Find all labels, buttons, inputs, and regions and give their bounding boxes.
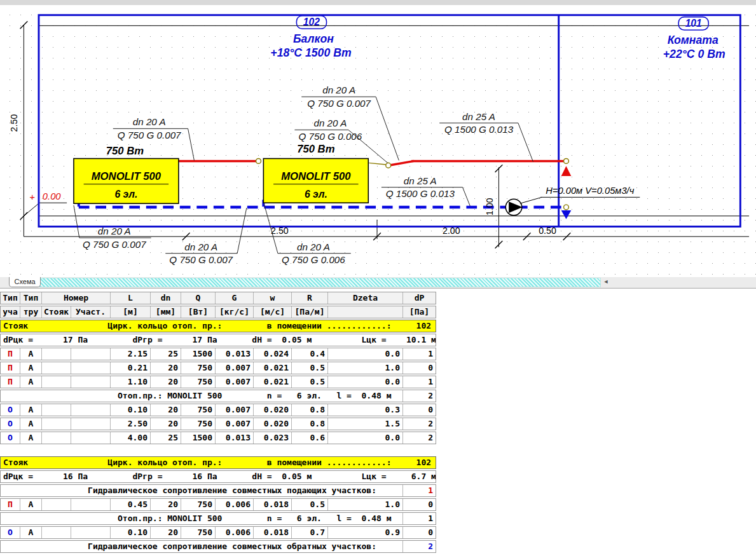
merged-text-cell: Отоп.пр.: MONOLIT 500 n = 6 эл. l = 0.48… <box>1 390 402 402</box>
tab-schema[interactable]: Схема <box>9 277 41 287</box>
svg-text:Q 1500 G 0.013: Q 1500 G 0.013 <box>444 124 514 135</box>
cell-value: 1.0 <box>327 362 402 374</box>
table-row[interactable]: ОА2.50207500.0070.0200.81.52 <box>0 418 436 430</box>
cell-value: 0.7 <box>291 527 327 538</box>
table-row[interactable]: Отоп.пр.: MONOLIT 500 n = 6 эл. l = 0.48… <box>0 390 436 402</box>
table-row[interactable]: Отоп.пр.: MONOLIT 500 n = 6 эл. l = 0.48… <box>0 512 436 525</box>
level-value: 0.00 <box>43 191 61 201</box>
cell-dp: 2 <box>402 390 436 402</box>
cell-dp: 0 <box>402 404 436 416</box>
cell-dp: 0 <box>402 527 436 538</box>
table-header-row[interactable]: учатруСтоякУчаст.[м][мм][Вт][кг/с][м/с][… <box>0 306 436 318</box>
cell-value: 0.45 <box>110 499 150 510</box>
cell-value: 25 <box>150 348 181 360</box>
table-row[interactable]: ОА4.002515000.0130.0230.60.02 <box>0 432 436 444</box>
cell-section <box>71 499 110 510</box>
level-mark: + 0.00 <box>29 191 61 202</box>
callout-return-main: dn 25 A Q 1500 G 0.013 <box>381 175 470 206</box>
dim-riser: 1.00 <box>485 198 495 215</box>
merged-text-cell: Отоп.пр.: MONOLIT 500 n = 6 эл. l = 0.48… <box>1 513 402 524</box>
header-cell: [кг/с] <box>215 306 253 318</box>
summary-cell: Стояк Цирк. кольцо отоп. пр.: в помещени… <box>1 457 436 468</box>
cell-type-flow: О <box>1 418 20 430</box>
svg-text:dn 20 A: dn 20 A <box>184 242 217 252</box>
merged-text-cell: Гидравлическое сопротивление совместных … <box>1 541 402 552</box>
cell-value: 1.10 <box>110 376 150 388</box>
header-cell: R <box>291 292 327 304</box>
schematic-canvas[interactable]: H=0.00м V=0.05м3/ч MONOLIT 500 6 эл. 750… <box>0 5 756 277</box>
pump[interactable]: H=0.00м V=0.05м3/ч <box>505 186 640 215</box>
table-row[interactable]: ПА1.10207500.0070.0210.50.01 <box>0 376 436 388</box>
table-row[interactable]: ПА0.45207500.0060.0180.51.00 <box>0 498 436 511</box>
scroll-left-arrow-icon[interactable]: ◄ <box>601 278 611 286</box>
header-cell: Q <box>181 292 215 304</box>
header-cell: уча <box>1 306 20 318</box>
stats-cell: dPцк = 17 Па dPгр = 17 Па dH = 0.05 м Lц… <box>1 334 436 346</box>
merged-text-cell: Гидравлическое сопротивление совместных … <box>1 485 402 496</box>
svg-text:Q 750 G 0.007: Q 750 G 0.007 <box>307 98 371 109</box>
cell-dp: 0 <box>402 362 436 374</box>
stats-cell: dPцк = 16 Па dPгр = 16 Па dH = 0.05 м Lц… <box>1 471 436 482</box>
cell-value: 20 <box>150 362 181 374</box>
cell-dp: 0 <box>402 499 436 510</box>
cell-riser <box>41 527 71 538</box>
cell-value: 0.5 <box>291 362 327 374</box>
room-name: Балкон <box>293 32 334 45</box>
cell-type-pipe: А <box>20 527 41 538</box>
table-stats-row[interactable]: dPцк = 17 Па dPгр = 17 Па dH = 0.05 м Lц… <box>0 334 436 346</box>
room-102-label: 102 Балкон +18°C 1500 Вт <box>270 16 351 60</box>
cell-riser <box>41 404 71 416</box>
horizontal-scrollbar[interactable]: Схема ◄ <box>0 277 756 289</box>
table-stats-row[interactable]: dPцк = 16 Па dPгр = 16 Па dH = 0.05 м Lц… <box>0 470 436 483</box>
cell-value: 25 <box>150 432 181 444</box>
svg-text:Q 750 G 0.006: Q 750 G 0.006 <box>282 254 345 265</box>
table-row[interactable]: Гидравлическое сопротивление совместных … <box>0 484 436 497</box>
cell-value: 0.018 <box>253 527 291 538</box>
table-row[interactable]: Гидравлическое сопротивление совместных … <box>0 540 436 553</box>
cell-riser <box>41 362 71 374</box>
cell-value: 0.007 <box>215 362 253 374</box>
svg-text:Q 750 G 0.007: Q 750 G 0.007 <box>118 130 181 140</box>
cell-type-flow: О <box>1 432 20 444</box>
cell-value: 0.013 <box>215 432 253 444</box>
supply-pipe[interactable] <box>179 161 571 176</box>
cell-section <box>71 348 110 360</box>
cell-riser <box>41 418 71 430</box>
table-row[interactable]: ПА2.152515000.0130.0240.40.01 <box>0 348 436 360</box>
cell-value: 20 <box>150 418 181 430</box>
table-row[interactable]: ОА0.10207500.0070.0200.80.30 <box>0 404 436 416</box>
cell-type-flow: П <box>1 376 20 388</box>
callout-supply-main: dn 25 A Q 1500 G 0.013 <box>439 111 533 162</box>
table-summary-row[interactable]: Стояк Цирк. кольцо отоп. пр.: в помещени… <box>0 320 436 332</box>
cell-dp: 2 <box>402 541 436 552</box>
table-summary-row[interactable]: Стояк Цирк. кольцо отоп. пр.: в помещени… <box>0 456 436 469</box>
room-info: +22°C 0 Вт <box>663 48 725 60</box>
table-row[interactable]: ОА0.10207500.0060.0180.70.90 <box>0 526 436 539</box>
cell-dp: 1 <box>402 513 436 524</box>
header-cell: dP <box>402 292 436 304</box>
radiator-1[interactable]: MONOLIT 500 6 эл. 750 Вт <box>74 145 179 204</box>
cell-value: 0.3 <box>327 404 402 416</box>
cell-value: 0.0 <box>327 376 402 388</box>
cell-value: 0.024 <box>253 348 291 360</box>
pump-label: H=0.00м V=0.05м3/ч <box>546 186 634 196</box>
header-cell: Участ. <box>71 306 110 318</box>
radiator-2[interactable]: MONOLIT 500 6 эл. 750 Вт <box>263 143 368 203</box>
flow-arrow-up <box>561 166 572 176</box>
scrollbar-track[interactable] <box>39 278 601 287</box>
cell-dp: 1 <box>402 485 436 496</box>
schematic-svg: H=0.00м V=0.05м3/ч MONOLIT 500 6 эл. 750… <box>0 5 756 277</box>
radiator-power: 750 Вт <box>106 145 144 157</box>
cell-value: 0.006 <box>215 527 253 538</box>
dim-bottom-3: 0.50 <box>539 226 556 236</box>
header-cell: [Вт] <box>181 306 215 318</box>
cell-value: 0.21 <box>110 362 150 374</box>
cell-value: 20 <box>150 527 181 538</box>
cell-value: 0.020 <box>253 404 291 416</box>
table-header-row[interactable]: ТипТипНомерLdnQGwRDzetadP <box>0 292 436 304</box>
radiator-power: 750 Вт <box>297 143 334 155</box>
cell-value: 750 <box>181 376 215 388</box>
room-101-label: 101 Комната +22°C 0 Вт <box>663 17 725 61</box>
header-cell: тру <box>20 306 41 318</box>
table-row[interactable]: ПА0.21207500.0070.0210.51.00 <box>0 362 436 374</box>
